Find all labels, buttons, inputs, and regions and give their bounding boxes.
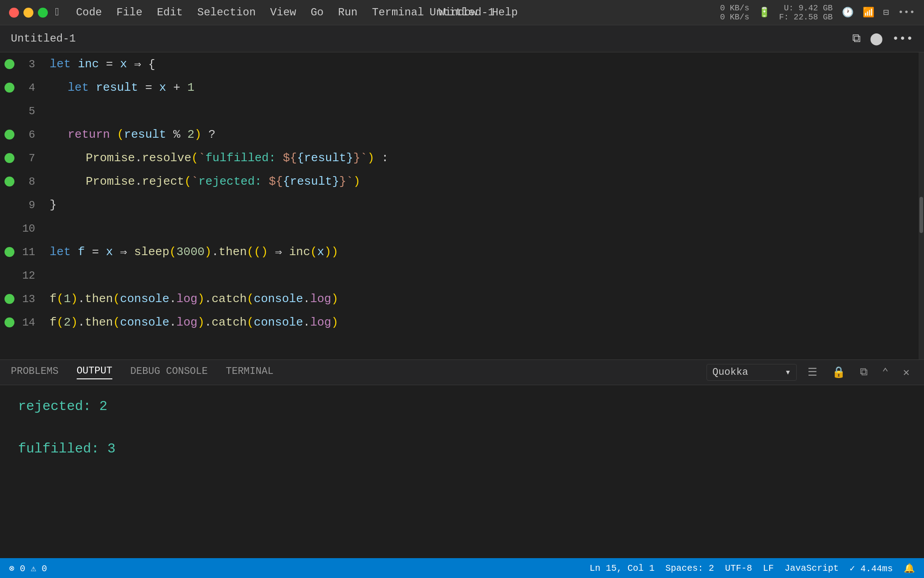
gutter-row-9: 9 (0, 193, 36, 217)
system-stats: 0 KB/s 0 KB/s (720, 4, 749, 22)
statusbar: ⊗ 0 ⚠ 0 Ln 15, Col 1 Spaces: 2 UTF-8 LF … (0, 558, 924, 578)
editor-tabbar: Untitled-1 ⧉ ⬤ ••• (0, 25, 924, 52)
statusbar-right: Ln 15, Col 1 Spaces: 2 UTF-8 LF JavaScri… (590, 563, 915, 574)
language-mode[interactable]: JavaScript (785, 563, 839, 573)
breakpoint-empty-9 (5, 200, 14, 210)
warning-count: 0 (42, 564, 47, 574)
line-number-10: 10 (19, 223, 35, 235)
controls-icon: ⊟ (883, 7, 889, 18)
dot-icon[interactable]: ⬤ (870, 32, 883, 46)
gutter-row-4: 4 (0, 76, 36, 99)
menu-help[interactable]: Help (492, 6, 518, 19)
window-title: Untitled-1 (430, 6, 494, 19)
code-line-7: Promise.resolve(`fulfilled: ${{result}}`… (36, 146, 924, 170)
menu-terminal[interactable]: Terminal (372, 6, 424, 19)
clear-output-icon[interactable]: ☰ (804, 364, 821, 381)
line-number-12: 12 (19, 270, 35, 282)
tab-problems[interactable]: PROBLEMS (11, 366, 59, 379)
breakpoint-11[interactable] (5, 247, 14, 257)
line-number-3: 3 (19, 58, 35, 70)
tab-output[interactable]: OUTPUT (77, 365, 112, 379)
panel-actions: Quokka ▾ ☰ 🔒 ⧉ ⌃ ✕ (707, 364, 913, 381)
menu-go[interactable]: Go (310, 6, 323, 19)
notifications-icon[interactable]: 🔔 (904, 563, 915, 574)
maximize-button[interactable] (38, 8, 48, 18)
breakpoint-14[interactable] (5, 317, 14, 327)
storage-stats: U: 9.42 GB F: 22.58 GB (779, 4, 833, 22)
line-number-14: 14 (19, 317, 35, 329)
warning-icon: ⚠ (31, 564, 36, 574)
code-line-11: let f = x ⇒ sleep(3000).then(() ⇒ inc(x)… (36, 240, 924, 264)
source-label: Quokka (712, 367, 748, 378)
line-number-9: 9 (19, 199, 35, 211)
close-panel-icon[interactable]: ✕ (900, 364, 913, 381)
storage-free: F: 22.58 GB (779, 13, 833, 22)
panel-tab-bar: PROBLEMS OUTPUT DEBUG CONSOLE TERMINAL Q… (0, 360, 924, 385)
line-number-6: 6 (19, 129, 35, 141)
code-line-8: Promise.reject(`rejected: ${{result}}`) (36, 170, 924, 193)
line-ending[interactable]: LF (763, 563, 774, 573)
net-download: 0 KB/s (720, 13, 749, 22)
active-tab-label[interactable]: Untitled-1 (11, 33, 76, 45)
menu-file[interactable]: File (116, 6, 143, 19)
editor-scrollbar[interactable] (919, 52, 924, 359)
code-line-12 (36, 264, 924, 287)
tab-debug-console[interactable]: DEBUG CONSOLE (130, 366, 208, 379)
menu-view[interactable]: View (270, 6, 296, 19)
copy-icon[interactable]: ⧉ (856, 364, 871, 380)
more-icon: ••• (898, 7, 915, 18)
clock-icon: 🕐 (842, 7, 854, 18)
output-line-2: fulfilled: 3 (18, 441, 906, 457)
apple-menu[interactable]:  (55, 6, 61, 19)
more-actions-icon[interactable]: ••• (892, 32, 913, 46)
breakpoint-7[interactable] (5, 153, 14, 163)
cursor-position[interactable]: Ln 15, Col 1 (590, 563, 655, 573)
menu-edit[interactable]: Edit (157, 6, 183, 19)
close-button[interactable] (9, 8, 19, 18)
indent-mode[interactable]: Spaces: 2 (665, 563, 714, 573)
wifi-icon: 📶 (863, 7, 874, 18)
code-editor[interactable]: 3 4 5 6 7 (0, 52, 924, 359)
error-icon: ⊗ (9, 564, 14, 574)
encoding[interactable]: UTF-8 (725, 563, 752, 573)
breakpoint-3[interactable] (5, 59, 14, 69)
traffic-lights (9, 8, 48, 18)
breakpoint-empty-5 (5, 106, 14, 116)
menu-selection[interactable]: Selection (197, 6, 256, 19)
breakpoint-6[interactable] (5, 130, 14, 140)
net-upload: 0 KB/s (720, 4, 749, 13)
errors-indicator[interactable]: ⊗ 0 ⚠ 0 (9, 563, 47, 574)
panel-tabs-list: PROBLEMS OUTPUT DEBUG CONSOLE TERMINAL (11, 365, 273, 379)
scrollbar-thumb[interactable] (919, 197, 923, 233)
output-panel: PROBLEMS OUTPUT DEBUG CONSOLE TERMINAL Q… (0, 359, 924, 558)
code-line-3: let inc = x ⇒ { (36, 52, 924, 76)
output-line-1: rejected: 2 (18, 399, 906, 414)
collapse-panel-icon[interactable]: ⌃ (878, 364, 892, 381)
code-content[interactable]: let inc = x ⇒ { let result = x + 1 retur… (36, 52, 924, 359)
timing[interactable]: ✓ 4.44ms (850, 563, 893, 574)
menu-code[interactable]: Code (76, 6, 102, 19)
breakpoint-4[interactable] (5, 83, 14, 93)
titlebar:  Code File Edit Selection View Go Run T… (0, 0, 924, 25)
gutter-row-11: 11 (0, 240, 36, 264)
code-line-4: let result = x + 1 (36, 76, 924, 99)
split-editor-icon[interactable]: ⧉ (852, 32, 861, 46)
code-line-9: } (36, 193, 924, 217)
breakpoint-8[interactable] (5, 177, 14, 186)
minimize-button[interactable] (23, 8, 33, 18)
output-source-selector[interactable]: Quokka ▾ (707, 364, 797, 381)
titlebar-right: 0 KB/s 0 KB/s 🔋 U: 9.42 GB F: 22.58 GB 🕐… (720, 4, 915, 22)
chevron-down-icon: ▾ (785, 366, 791, 378)
gutter-row-12: 12 (0, 264, 36, 287)
line-number-13: 13 (19, 293, 35, 305)
code-line-10 (36, 217, 924, 240)
line-number-11: 11 (19, 246, 35, 258)
lock-icon[interactable]: 🔒 (828, 364, 849, 381)
line-number-4: 4 (19, 82, 35, 94)
statusbar-left: ⊗ 0 ⚠ 0 (9, 563, 47, 574)
breakpoint-13[interactable] (5, 294, 14, 304)
menu-run[interactable]: Run (338, 6, 357, 19)
gutter-row-5: 5 (0, 99, 36, 123)
tab-terminal[interactable]: TERMINAL (226, 366, 273, 379)
gutter-row-6: 6 (0, 123, 36, 146)
